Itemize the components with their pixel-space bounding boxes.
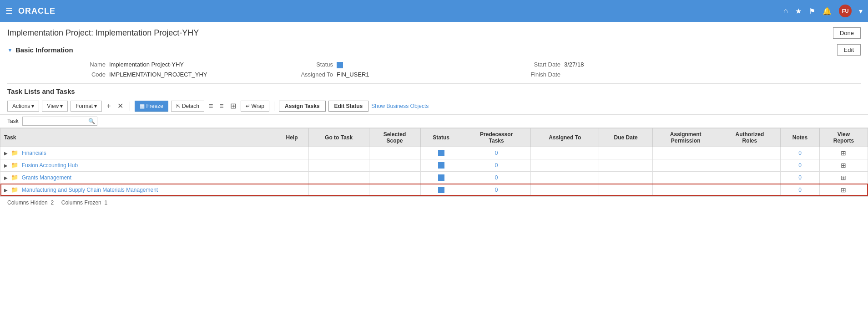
go-to-task-cell [308,147,369,159]
predecessor-count[interactable]: 0 [495,187,498,193]
search-icon[interactable]: 🔍 [88,118,95,124]
expand-row-icon[interactable]: ▶ [4,151,8,156]
view-reports-cell[interactable]: ⊞ [819,184,868,196]
col-go-to-task[interactable]: Go to Task [308,128,369,147]
view-reports-icon[interactable]: ⊞ [841,186,846,194]
wrap-button[interactable]: ↵ Wrap [241,101,269,112]
col-status[interactable]: Status [420,128,462,147]
predecessor-tasks-cell[interactable]: 0 [462,171,531,184]
predecessor-tasks-cell[interactable]: 0 [462,159,531,171]
search-row: Task 🔍 [0,115,868,128]
due-date-cell [599,147,652,159]
table-container: Task Help Go to Task SelectedScope Statu… [0,128,868,196]
status-indicator [438,174,444,181]
page-content: Implementation Project: Implementation P… [0,22,868,317]
home-icon[interactable]: ⌂ [783,7,788,15]
edit-status-button[interactable]: Edit Status [328,101,369,112]
predecessor-count[interactable]: 0 [495,150,498,156]
table-header-row: Task Help Go to Task SelectedScope Statu… [0,128,868,147]
view-reports-icon[interactable]: ⊞ [841,162,846,169]
view-reports-icon[interactable]: ⊞ [841,174,846,181]
view-reports-icon[interactable]: ⊞ [841,149,846,157]
done-button[interactable]: Done [833,27,861,39]
task-name-link[interactable]: Manufacturing and Supply Chain Materials… [22,187,158,193]
col-notes[interactable]: Notes [781,128,820,147]
view-reports-cell[interactable]: ⊞ [819,159,868,171]
col-selected-scope[interactable]: SelectedScope [369,128,420,147]
notes-count[interactable]: 0 [798,187,802,193]
outdent-button[interactable]: ≡ [217,101,225,111]
notes-cell[interactable]: 0 [781,159,820,171]
col-task[interactable]: Task [0,128,275,147]
columns-hidden-label: Columns Hidden [7,199,48,206]
table-row[interactable]: ▶ 📁 Manufacturing and Supply Chain Mater… [0,184,868,196]
expand-row-icon[interactable]: ▶ [4,188,8,193]
col-assigned-to[interactable]: Assigned To [531,128,599,147]
table-row[interactable]: ▶ 📁 Fusion Accounting Hub 00⊞ [0,159,868,171]
table-row[interactable]: ▶ 📁 Financials 00⊞ [0,147,868,159]
col-predecessor-tasks[interactable]: PredecessorTasks [462,128,531,147]
notes-cell[interactable]: 0 [781,171,820,184]
notes-cell[interactable]: 0 [781,147,820,159]
help-cell [275,159,308,171]
notes-count[interactable]: 0 [798,162,802,169]
due-date-cell [599,171,652,184]
user-chevron-icon[interactable]: ▾ [859,7,863,15]
col-help[interactable]: Help [275,128,308,147]
status-indicator [438,162,444,169]
delete-button[interactable]: ✕ [116,101,125,111]
assignment-permission-cell [652,184,719,196]
notes-cell[interactable]: 0 [781,184,820,196]
add-button[interactable]: + [105,101,112,111]
folder-icon: 📁 [11,149,18,156]
task-name-link[interactable]: Fusion Accounting Hub [22,162,78,169]
due-date-cell [599,184,652,196]
collapse-icon[interactable]: ▼ [7,47,13,53]
view-reports-cell[interactable]: ⊞ [819,147,868,159]
search-input[interactable] [25,118,88,124]
actions-button[interactable]: Actions ▾ [7,101,39,112]
flag-icon[interactable]: ⚑ [809,7,815,15]
predecessor-tasks-cell[interactable]: 0 [462,147,531,159]
view-button[interactable]: View ▾ [42,101,68,112]
view-reports-cell[interactable]: ⊞ [819,171,868,184]
col-assignment-permission[interactable]: AssignmentPermission [652,128,719,147]
go-to-task-cell [308,171,369,184]
format-label: Format [76,103,93,109]
status-indicator [438,150,444,156]
user-avatar[interactable]: FU [839,5,852,17]
col-view-reports[interactable]: ViewReports [819,128,868,147]
freeze-button[interactable]: ▦ Freeze [135,101,168,112]
section-title-row: ▼ Basic Information [7,46,73,54]
go-to-task-cell [308,159,369,171]
notes-count[interactable]: 0 [798,174,802,181]
predecessor-count[interactable]: 0 [495,162,498,169]
table-row[interactable]: ▶ 📁 Grants Management 00⊞ [0,171,868,184]
detach-button[interactable]: ⇱ Detach [171,101,204,112]
format-button[interactable]: Format ▾ [71,101,102,112]
task-name-link[interactable]: Grants Management [22,174,71,181]
status-cell [420,184,462,196]
edit-button[interactable]: Edit [837,44,861,56]
show-business-objects-link[interactable]: Show Business Objects [371,103,429,109]
predecessor-count[interactable]: 0 [495,174,498,181]
notification-icon[interactable]: 🔔 [823,7,832,15]
notes-count[interactable]: 0 [798,150,802,156]
expand-row-icon[interactable]: ▶ [4,163,8,168]
col-authorized-roles[interactable]: AuthorizedRoles [719,128,781,147]
assign-tasks-button[interactable]: Assign Tasks [279,101,325,112]
authorized-roles-cell [719,171,781,184]
col-due-date[interactable]: Due Date [599,128,652,147]
favorites-icon[interactable]: ★ [795,7,802,15]
task-cell: ▶ 📁 Grants Management [0,171,275,184]
expand-row-icon[interactable]: ▶ [4,175,8,180]
selected-scope-cell [369,171,420,184]
expand-button[interactable]: ⊞ [228,101,238,111]
task-name-link[interactable]: Financials [22,150,46,156]
predecessor-tasks-cell[interactable]: 0 [462,184,531,196]
basic-info-header: ▼ Basic Information Edit [0,42,868,59]
indent-button[interactable]: ≡ [207,101,215,111]
start-date-label: Start Date [473,61,564,68]
toolbar-separator-2 [274,102,274,111]
hamburger-icon[interactable]: ☰ [5,6,13,16]
